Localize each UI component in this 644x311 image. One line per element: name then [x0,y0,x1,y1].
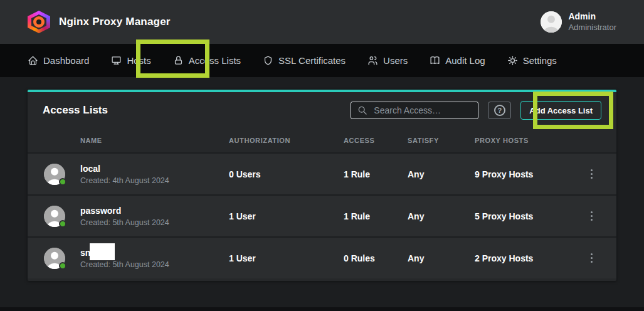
access-cell: 1 Rule [344,169,408,179]
panel-footer [28,278,616,281]
home-icon [28,55,38,66]
satisfy-cell: Any [408,253,475,263]
access-cell: 0 Rules [344,253,408,263]
status-dot [59,178,66,186]
nav-item-users[interactable]: Users [367,55,408,66]
nav-label: Hosts [127,55,150,66]
access-list-name-text: sn [80,248,90,258]
created-date: Created: 5th August 2024 [80,218,169,227]
avatar [44,164,65,185]
nav-label: Users [383,55,408,66]
nav-label: Dashboard [43,55,89,66]
user-name: Admin [568,11,616,23]
shield-icon [263,55,273,66]
nav-item-access-lists[interactable]: Access Lists [173,55,241,66]
panel-title: Access Lists [43,104,108,117]
nav-item-ssl-certificates[interactable]: SSL Certificates [263,55,346,66]
access-list-name: local [80,164,100,174]
gear-icon [507,55,518,66]
users-icon [367,55,378,66]
name-stack: sn Created: 5th August 2024 [80,248,169,269]
table-header: NAME AUTHORIZATION ACCESS SATISFY PROXY … [28,129,616,152]
satisfy-cell: Any [408,169,475,179]
page-content: Access Lists ? Add Access List NAME AUTH… [0,77,644,281]
name-cell: password Created: 5th August 2024 [28,206,229,227]
created-date: Created: 4th August 2024 [80,176,169,185]
nav-label: Settings [523,55,557,66]
bottom-edge [0,307,644,311]
nav-item-audit-log[interactable]: Audit Log [430,55,485,66]
search-box [351,102,478,119]
nav-item-dashboard[interactable]: Dashboard [28,55,89,66]
table-row[interactable]: sn Created: 5th August 2024 1 User 0 Rul… [28,236,616,278]
column-header-authorization: AUTHORIZATION [229,137,344,144]
authorization-cell: 1 User [229,253,344,263]
panel-header: Access Lists ? Add Access List [28,92,616,129]
access-cell: 1 Rule [344,211,408,221]
redaction-box [90,243,115,260]
access-lists-panel: Access Lists ? Add Access List NAME AUTH… [28,90,616,281]
access-list-name: password [80,206,121,216]
table-row[interactable]: local Created: 4th August 2024 0 Users 1… [28,152,616,194]
nav-label: SSL Certificates [278,55,346,66]
column-header-name: NAME [28,137,229,144]
avatar [44,206,65,227]
app-title: Nginx Proxy Manager [59,16,171,28]
lock-icon [173,55,184,66]
status-dot [59,262,66,270]
name-cell: sn Created: 5th August 2024 [28,248,229,269]
authorization-cell: 1 User [229,211,344,221]
access-list-name: sn [80,248,90,258]
column-header-access: ACCESS [344,137,408,144]
name-cell: local Created: 4th August 2024 [28,164,229,185]
proxy-hosts-cell: 5 Proxy Hosts [475,211,567,221]
created-date: Created: 5th August 2024 [80,260,169,269]
nav-item-settings[interactable]: Settings [507,55,557,66]
monitor-icon [111,55,122,66]
status-dot [59,220,66,228]
name-stack: local Created: 4th August 2024 [80,164,169,185]
main-nav: Dashboard Hosts Access Lists SSL Certifi… [0,44,644,77]
proxy-hosts-cell: 9 Proxy Hosts [475,169,567,179]
help-icon: ? [494,105,505,116]
nav-label: Access Lists [189,55,241,66]
name-stack: password Created: 5th August 2024 [80,206,169,227]
nav-item-hosts[interactable]: Hosts [111,55,150,66]
search-input[interactable] [351,102,478,119]
add-access-list-button[interactable]: Add Access List [520,101,601,120]
table-row[interactable]: password Created: 5th August 2024 1 User… [28,194,616,236]
user-meta: Admin Administrator [568,11,616,33]
panel-tools: ? Add Access List [351,101,601,120]
column-header-proxy-hosts: PROXY HOSTS [475,137,567,144]
nav-label: Audit Log [445,55,485,66]
user-role: Administrator [568,23,616,33]
top-bar: Nginx Proxy Manager Admin Administrator [0,0,644,44]
row-menu-icon[interactable] [588,251,595,265]
user-avatar[interactable] [541,11,562,33]
authorization-cell: 0 Users [229,169,344,179]
column-header-satisfy: SATISFY [408,137,475,144]
row-menu-icon[interactable] [588,209,595,223]
search-icon [357,105,367,115]
help-button[interactable]: ? [488,102,511,119]
app-logo-icon [28,11,50,33]
logo-ring [33,16,45,28]
book-icon [430,55,440,66]
proxy-hosts-cell: 2 Proxy Hosts [475,253,567,263]
row-menu-icon[interactable] [588,167,595,181]
satisfy-cell: Any [408,211,475,221]
avatar [44,248,65,269]
person-icon [541,11,562,33]
user-menu[interactable]: Admin Administrator [541,11,616,33]
